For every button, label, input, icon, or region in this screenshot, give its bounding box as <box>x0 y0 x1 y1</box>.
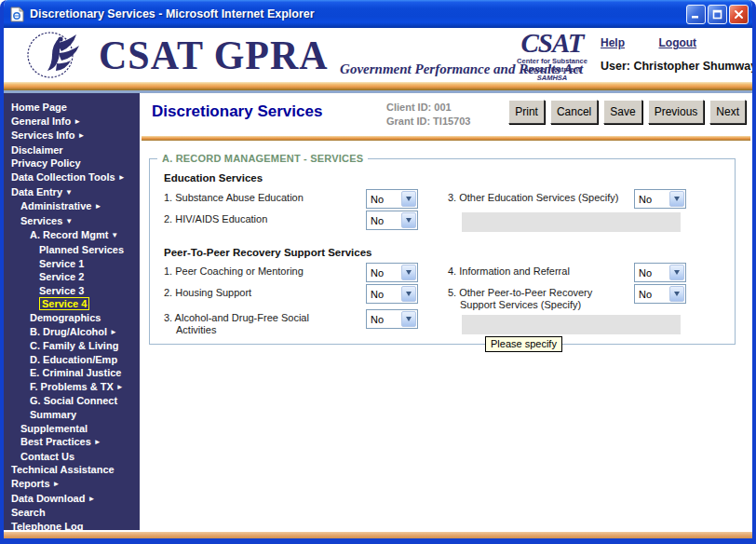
csat-seal-line1: Center for Substance <box>503 57 601 65</box>
next-button[interactable]: Next <box>709 100 746 124</box>
peer-coaching-select[interactable]: No <box>366 263 418 282</box>
submenu-arrow-icon: ► <box>74 117 81 126</box>
chevron-down-icon <box>401 191 416 207</box>
csat-seal-line2: Abuse Treatment <box>503 65 601 74</box>
hhs-eagle-logo-icon <box>26 30 91 81</box>
chevron-down-icon <box>669 265 684 280</box>
sidebar-item-home-page[interactable]: Home Page <box>4 101 140 115</box>
sidebar-item-data-download[interactable]: Data Download► <box>4 492 140 507</box>
hiv-aids-education-select[interactable]: No <box>366 211 418 230</box>
chevron-down-icon <box>401 286 416 302</box>
help-link[interactable]: Help <box>601 36 625 49</box>
housing-support-label: 2. Housing Support <box>164 287 359 298</box>
submenu-arrow-icon: ▼ <box>65 217 73 225</box>
sidebar-item-e-criminal-justice[interactable]: E. Criminal Justice <box>4 366 140 380</box>
sidebar-item-general-info[interactable]: General Info► <box>4 115 140 129</box>
page-title: Discretionary Services <box>152 102 322 121</box>
sidebar-item-data-collection-tools[interactable]: Data Collection Tools► <box>4 170 140 185</box>
sidebar-item-privacy-policy[interactable]: Privacy Policy <box>4 156 140 170</box>
chevron-down-icon <box>401 212 416 228</box>
other-peer-specify-input <box>462 315 681 334</box>
brand-title: CSAT GPRA <box>99 31 329 80</box>
hiv-aids-education-label: 2. HIV/AIDS Education <box>164 213 359 224</box>
please-specify-tooltip: Please specify <box>485 336 562 352</box>
submenu-arrow-icon: ► <box>94 438 101 446</box>
page-header-rule <box>142 136 750 141</box>
sidebar-item-demographics[interactable]: Demographics <box>4 311 140 325</box>
close-button[interactable] <box>729 5 749 24</box>
other-education-services-select[interactable]: No <box>634 189 686 209</box>
sidebar-item-f-problems-tx[interactable]: F. Problems & TX► <box>4 380 140 395</box>
chevron-down-icon <box>401 265 416 280</box>
alcohol-drug-free-social-label: 3. Alcohol-and Drug-Free Social Activiti… <box>164 312 341 336</box>
sidebar-item-services-info[interactable]: Services Info► <box>4 129 140 143</box>
app-header: CSAT GPRA Government Performance and Res… <box>4 28 752 82</box>
csat-seal-logo: CSAT Center for Substance Abuse Treatmen… <box>503 29 601 83</box>
logged-in-user: User: Christopher Shumway <box>601 60 756 73</box>
chevron-down-icon <box>669 286 684 302</box>
sidebar-item-reports[interactable]: Reports► <box>4 477 140 492</box>
header-links: Help Logout <box>601 34 755 50</box>
sidebar-item-c-family-living[interactable]: C. Family & Living <box>4 339 140 353</box>
cancel-button[interactable]: Cancel <box>550 100 598 124</box>
alcohol-drug-free-social-select[interactable]: No <box>366 309 418 329</box>
chevron-down-icon <box>401 311 416 327</box>
substance-abuse-education-label: 1. Substance Abuse Education <box>164 192 359 203</box>
record-management-section: A. RECORD MANAGEMENT - SERVICES Educatio… <box>149 158 736 345</box>
sidebar-item-summary[interactable]: Summary <box>4 408 140 422</box>
action-buttons: Print Cancel Save Previous Next <box>508 100 746 124</box>
previous-button[interactable]: Previous <box>648 100 705 124</box>
submenu-arrow-icon: ► <box>53 480 61 488</box>
minimize-button[interactable] <box>686 5 706 24</box>
chevron-down-icon <box>669 191 684 207</box>
print-button[interactable]: Print <box>508 100 545 124</box>
submenu-arrow-icon: ► <box>110 328 117 336</box>
logout-link[interactable]: Logout <box>658 36 696 49</box>
sidebar-item-services[interactable]: Services▼ <box>4 214 140 229</box>
sidebar-item-a-record-mgmt[interactable]: A. Record Mgmt▼ <box>4 228 140 243</box>
submenu-arrow-icon: ► <box>118 173 126 182</box>
other-education-specify-input <box>462 212 681 232</box>
sidebar-item-b-drug-alcohol[interactable]: B. Drug/Alcohol► <box>4 325 140 340</box>
grant-id: Grant ID: TI15703 <box>386 115 470 129</box>
sidebar-item-planned-services[interactable]: Planned Services <box>4 243 140 257</box>
sidebar-item-g-social-connect[interactable]: G. Social Connect <box>4 394 140 408</box>
sidebar-item-contact-us[interactable]: Contact Us <box>4 450 140 464</box>
title-bar[interactable]: Discretionary Services - Microsoft Inter… <box>0 0 756 28</box>
sidebar-item-service-3[interactable]: Service 3 <box>4 284 140 298</box>
header-separator-band <box>4 82 752 90</box>
information-referral-select[interactable]: No <box>634 263 686 282</box>
maximize-button[interactable] <box>708 5 727 24</box>
sidebar-item-best-practices[interactable]: Best Practices► <box>4 435 140 450</box>
other-peer-recovery-select[interactable]: No <box>634 284 686 304</box>
substance-abuse-education-select[interactable]: No <box>366 189 418 209</box>
peer-recovery-heading: Peer-To-Peer Recovery Support Services <box>164 247 372 258</box>
submenu-arrow-icon: ▼ <box>111 231 118 239</box>
submenu-arrow-icon: ► <box>116 383 124 391</box>
information-referral-label: 4. Information and Referral <box>448 265 629 277</box>
sidebar-nav: Home Page General Info► Services Info► D… <box>4 93 140 530</box>
section-legend: A. RECORD MANAGEMENT - SERVICES <box>157 153 368 164</box>
sidebar-item-technical-assistance[interactable]: Technical Assistance <box>4 463 140 477</box>
housing-support-select[interactable]: No <box>366 284 418 304</box>
sidebar-item-search[interactable]: Search <box>4 506 140 520</box>
submenu-arrow-icon: ► <box>77 131 85 140</box>
submenu-arrow-icon: ▼ <box>65 188 73 197</box>
window-title: Discretionary Services - Microsoft Inter… <box>30 7 686 20</box>
browser-window: Discretionary Services - Microsoft Inter… <box>0 0 756 544</box>
sidebar-item-data-entry[interactable]: Data Entry▼ <box>4 185 140 200</box>
sidebar-item-service-4[interactable]: Service 4 <box>4 297 140 311</box>
other-education-services-label: 3. Other Education Services (Specify) <box>448 192 634 203</box>
sidebar-item-service-1[interactable]: Service 1 <box>4 257 140 271</box>
sidebar-item-supplemental[interactable]: Supplemental <box>4 422 140 436</box>
csat-seal-acronym: CSAT <box>503 29 601 57</box>
other-peer-recovery-label: 5. Other Peer-to-Peer Recovery Support S… <box>448 287 614 311</box>
internet-explorer-page-icon <box>9 7 25 22</box>
submenu-arrow-icon: ► <box>88 495 95 503</box>
sidebar-item-administrative[interactable]: Administrative► <box>4 199 140 214</box>
save-button[interactable]: Save <box>603 100 641 124</box>
sidebar-item-service-2[interactable]: Service 2 <box>4 270 140 284</box>
sidebar-item-disclaimer[interactable]: Disclaimer <box>4 143 140 157</box>
peer-coaching-label: 1. Peer Coaching or Mentoring <box>164 265 359 277</box>
sidebar-item-d-education-emp[interactable]: D. Education/Emp <box>4 353 140 367</box>
